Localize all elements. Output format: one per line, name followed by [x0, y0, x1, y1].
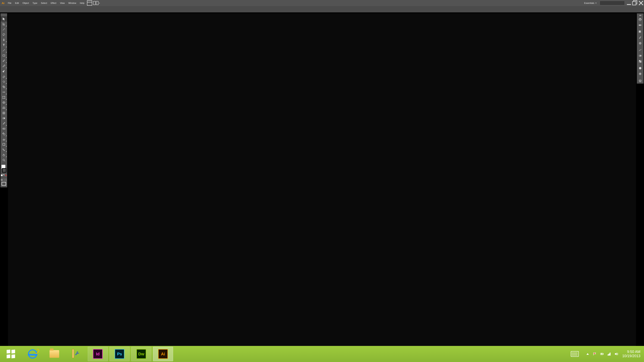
menu-window[interactable]: Window [66, 0, 78, 6]
none-mode-button[interactable] [5, 174, 7, 176]
svg-rect-38 [639, 25, 640, 25]
expand-dock-button[interactable]: ◂◂ [637, 13, 644, 17]
color-panel-button[interactable] [637, 17, 644, 22]
tool-palette: T [0, 13, 7, 187]
minimize-icon [626, 0, 632, 6]
gradient-tool[interactable] [0, 116, 7, 121]
mesh-tool[interactable] [0, 110, 7, 116]
flyout-indicator-icon [6, 25, 7, 26]
menu-object[interactable]: Object [21, 0, 31, 6]
flyout-indicator-icon [6, 46, 7, 47]
stroke-panel-button[interactable] [637, 47, 644, 53]
screen-mode-button[interactable] [0, 182, 7, 186]
adobe-dreamweaver-icon: Dw [136, 349, 146, 359]
canvas-area[interactable] [8, 13, 636, 346]
menu-file[interactable]: File [6, 0, 13, 6]
windows-taskbar: IdPsDwAi 9:50 AM 10/19/2013 [0, 346, 644, 362]
flyout-indicator-icon [6, 41, 7, 42]
close-icon [638, 0, 644, 6]
menu-select[interactable]: Select [39, 0, 49, 6]
svg-point-25 [2, 128, 4, 129]
taskbar-adobe-indesign[interactable]: Id [88, 347, 108, 361]
svg-rect-31 [3, 143, 5, 145]
blend-tool[interactable] [0, 126, 7, 131]
tray-network-icon[interactable] [607, 352, 612, 356]
tray-power-icon[interactable] [600, 352, 604, 356]
svg-text:T: T [3, 43, 5, 46]
touch-keyboard-button[interactable] [571, 351, 579, 357]
svg-point-29 [4, 133, 4, 133]
blob-brush-tool[interactable] [0, 69, 7, 74]
taskbar-clock[interactable]: 9:50 AM 10/19/2013 [622, 350, 640, 358]
restore-icon [632, 0, 638, 6]
search-input[interactable] [600, 1, 624, 5]
color-mode-button[interactable] [1, 174, 2, 176]
workspace-label: Essentials [584, 2, 594, 4]
appearance-panel-button[interactable] [637, 65, 644, 71]
svg-rect-6 [632, 1, 636, 5]
svg-line-12 [3, 49, 5, 51]
gradient-panel-button[interactable] [637, 53, 644, 58]
lasso-tool[interactable] [0, 32, 7, 37]
palette-drag-handle[interactable] [0, 13, 7, 16]
taskbar-file-explorer[interactable] [44, 347, 64, 361]
menu-edit[interactable]: Edit [13, 0, 21, 6]
menu-items: FileEditObjectTypeSelectEffectViewWindow… [6, 0, 86, 6]
stroke-swatch[interactable] [2, 168, 6, 173]
transparency-panel-button[interactable] [637, 58, 644, 64]
svg-rect-55 [603, 354, 603, 354]
zoom-tool[interactable] [0, 157, 7, 163]
swatches-panel-button[interactable] [637, 29, 644, 35]
flyout-indicator-icon [6, 99, 7, 99]
flyout-indicator-icon [6, 104, 7, 105]
gradient-mode-button[interactable] [3, 174, 5, 176]
layers-panel-button[interactable] [637, 78, 644, 83]
tools-icon [71, 349, 81, 359]
clock-time: 9:50 AM [622, 350, 640, 354]
svg-point-36 [640, 19, 640, 19]
svg-point-30 [2, 134, 3, 134]
menu-type[interactable]: Type [31, 0, 39, 6]
flyout-indicator-icon [6, 88, 7, 89]
color-guide-panel-button[interactable] [637, 22, 644, 28]
arrange-documents-button[interactable] [86, 0, 93, 6]
taskbar-adobe-dreamweaver[interactable]: Dw [131, 347, 151, 361]
tray-volume-icon[interactable] [614, 352, 619, 356]
menu-view[interactable]: View [58, 0, 66, 6]
svg-rect-26 [4, 128, 5, 129]
taskbar-internet-explorer[interactable] [22, 347, 43, 361]
taskbar-adobe-photoshop[interactable]: Ps [110, 347, 130, 361]
tray-flag-icon[interactable] [592, 352, 597, 356]
minimize-button[interactable] [626, 0, 632, 6]
flyout-indicator-icon [6, 62, 7, 63]
svg-point-17 [2, 96, 3, 96]
menu-effect[interactable]: Effect [49, 0, 58, 6]
show-hidden-icons-button[interactable] [586, 353, 589, 355]
svg-rect-46 [639, 55, 641, 56]
workspace-switcher[interactable]: Essentials ▾ [582, 2, 598, 4]
flyout-indicator-icon [6, 109, 7, 110]
layout-button[interactable]: ▾ [93, 0, 100, 6]
magic-wand-tool[interactable] [0, 27, 7, 32]
restore-button[interactable] [632, 0, 638, 6]
symbols-panel-button[interactable] [637, 40, 644, 46]
svg-point-28 [3, 133, 3, 133]
svg-rect-40 [640, 25, 641, 25]
selection-tool[interactable] [0, 16, 7, 21]
menu-help[interactable]: Help [78, 0, 86, 6]
fill-stroke-control[interactable] [0, 164, 7, 173]
brushes-panel-button[interactable] [637, 35, 644, 40]
graphic-styles-panel-button[interactable] [637, 71, 644, 77]
taskbar-windows-tools[interactable] [66, 347, 86, 361]
svg-rect-2 [94, 1, 96, 5]
taskbar-adobe-illustrator[interactable]: Ai [153, 347, 173, 361]
svg-rect-43 [639, 32, 640, 32]
close-button[interactable] [638, 0, 644, 6]
svg-rect-13 [3, 55, 5, 56]
svg-rect-39 [640, 25, 640, 25]
flyout-indicator-icon [6, 78, 7, 79]
taskbar-start-button[interactable] [1, 347, 21, 361]
flyout-indicator-icon [6, 146, 7, 147]
options-bar [0, 6, 644, 12]
svg-rect-16 [3, 96, 5, 98]
